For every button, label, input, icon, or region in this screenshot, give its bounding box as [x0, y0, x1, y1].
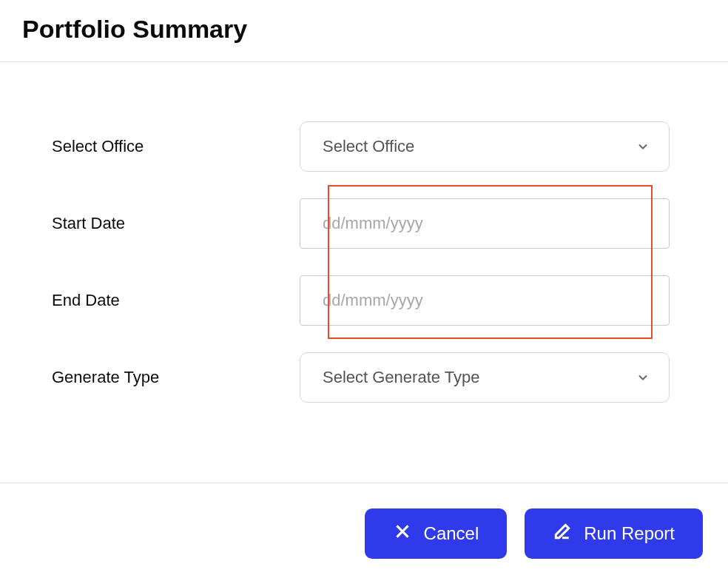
start-date-input[interactable]: [300, 198, 670, 249]
generate-type-label: Generate Type: [52, 368, 300, 387]
footer-buttons: Cancel Run Report: [0, 483, 728, 559]
form-area: Select Office Select Office Start Date E…: [0, 62, 728, 459]
end-date-row: End Date: [52, 275, 676, 326]
office-select-value: Select Office: [300, 121, 670, 172]
start-date-label: Start Date: [52, 214, 300, 233]
end-date-label: End Date: [52, 291, 300, 310]
office-select[interactable]: Select Office: [300, 121, 670, 172]
cancel-button[interactable]: Cancel: [365, 508, 508, 559]
cancel-button-label: Cancel: [424, 523, 479, 544]
page-title: Portfolio Summary: [0, 0, 728, 61]
generate-type-row: Generate Type Select Generate Type: [52, 352, 676, 403]
office-row: Select Office Select Office: [52, 121, 676, 172]
edit-icon: [553, 522, 572, 545]
office-label: Select Office: [52, 137, 300, 156]
run-report-button-label: Run Report: [584, 523, 675, 544]
run-report-button[interactable]: Run Report: [525, 508, 703, 559]
close-icon: [393, 522, 412, 545]
generate-type-select[interactable]: Select Generate Type: [300, 352, 670, 403]
end-date-input[interactable]: [300, 275, 670, 326]
start-date-row: Start Date: [52, 198, 676, 249]
date-range-highlighted: Start Date End Date: [52, 198, 676, 326]
generate-type-select-value: Select Generate Type: [300, 352, 670, 403]
